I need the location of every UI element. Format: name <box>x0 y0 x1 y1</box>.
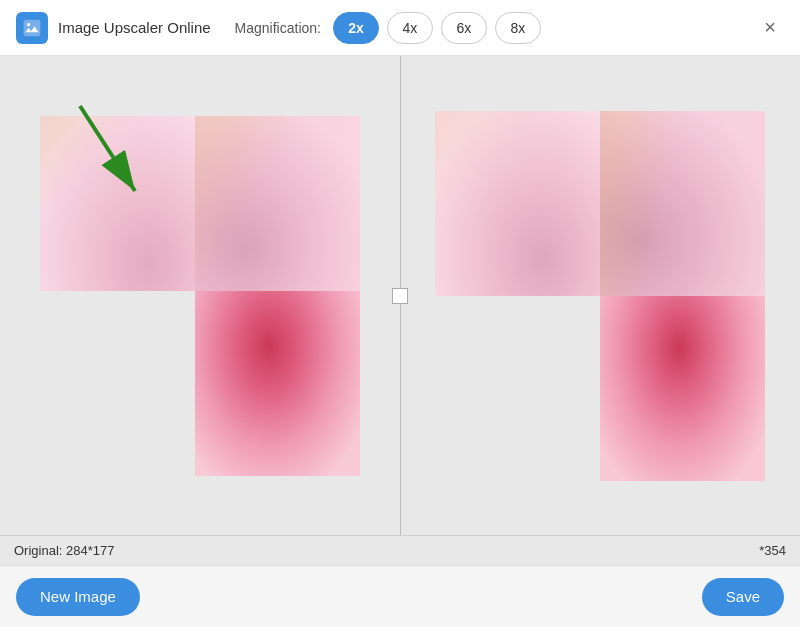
app-logo <box>16 12 48 44</box>
svg-rect-0 <box>24 19 41 36</box>
right-panel <box>401 56 801 535</box>
panels-container <box>0 56 800 535</box>
magnification-label: Magnification: <box>235 20 321 36</box>
left-tile-br <box>195 291 360 476</box>
main-area: Original: 284*177 *354 <box>0 56 800 565</box>
svg-point-1 <box>27 23 30 26</box>
mag-btn-2x[interactable]: 2x <box>333 12 379 44</box>
app-header: Image Upscaler Online Magnification: 2x … <box>0 0 800 56</box>
mag-btn-6x[interactable]: 6x <box>441 12 487 44</box>
right-tile-tr <box>600 111 765 296</box>
left-tile-tl <box>40 116 195 291</box>
magnification-buttons: 2x 4x 6x 8x <box>333 12 541 44</box>
left-tile-bl-empty <box>40 291 195 476</box>
save-button[interactable]: Save <box>702 578 784 616</box>
bottom-bar: New Image Save <box>0 565 800 627</box>
left-panel <box>0 56 400 535</box>
status-strip: Original: 284*177 *354 <box>0 535 800 565</box>
right-status: *354 <box>400 543 800 558</box>
mag-btn-8x[interactable]: 8x <box>495 12 541 44</box>
left-image-mosaic <box>40 116 360 476</box>
mag-btn-4x[interactable]: 4x <box>387 12 433 44</box>
right-tile-tl <box>435 111 600 296</box>
app-logo-icon <box>22 18 42 38</box>
left-tile-tr <box>195 116 360 291</box>
left-status: Original: 284*177 <box>0 543 400 558</box>
right-image-mosaic <box>435 111 765 481</box>
app-title: Image Upscaler Online <box>58 19 211 36</box>
close-button[interactable]: × <box>756 14 784 42</box>
right-tile-br <box>600 296 765 481</box>
right-tile-bl-empty <box>435 296 600 481</box>
new-image-button[interactable]: New Image <box>16 578 140 616</box>
